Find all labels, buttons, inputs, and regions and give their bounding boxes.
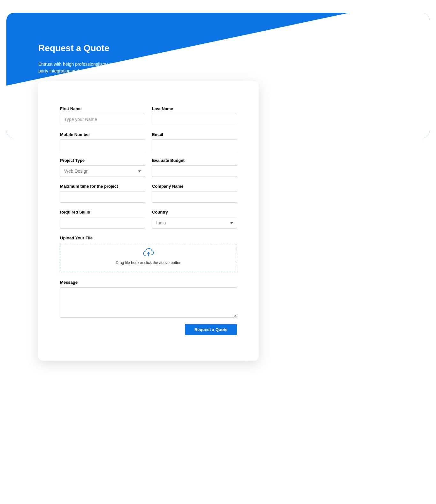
message-textarea[interactable] [60, 287, 237, 318]
group-email: Email [152, 132, 237, 151]
row-contact: Mobile Number Email [60, 132, 237, 151]
upload-label: Upload Your File [60, 236, 237, 240]
upload-hint: Drag file here or click the above button [64, 260, 233, 265]
last-name-label: Last Name [152, 106, 237, 111]
budget-input[interactable] [152, 165, 237, 177]
mobile-input[interactable] [60, 139, 145, 151]
group-project-type: Project Type Web Design [60, 158, 145, 177]
group-skills: Required Skills [60, 210, 145, 229]
last-name-input[interactable] [152, 114, 237, 125]
group-country: Country India [152, 210, 237, 229]
page-title: Request a Quote [38, 43, 398, 53]
first-name-input[interactable] [60, 114, 145, 125]
group-budget: Evaluate Budget [152, 158, 237, 177]
row-time-company: Maximum time for the project Company Nam… [60, 184, 237, 203]
project-type-label: Project Type [60, 158, 145, 163]
group-last-name: Last Name [152, 106, 237, 125]
group-company: Company Name [152, 184, 237, 203]
first-name-label: First Name [60, 106, 145, 111]
page-description: Entrust with heigh professionalism we ar… [38, 61, 256, 74]
request-quote-button[interactable]: Request a Quote [185, 324, 237, 335]
budget-label: Evaluate Budget [152, 158, 237, 163]
email-input[interactable] [152, 139, 237, 151]
mobile-label: Mobile Number [60, 132, 145, 137]
row-project: Project Type Web Design Evaluate Budget [60, 158, 237, 177]
submit-row: Request a Quote [60, 324, 237, 335]
hero-content: Request a Quote Entrust with heigh profe… [38, 43, 398, 74]
company-label: Company Name [152, 184, 237, 189]
skills-label: Required Skills [60, 210, 145, 214]
max-time-input[interactable] [60, 191, 145, 203]
group-upload: Upload Your File Drag file here or click… [60, 236, 237, 271]
group-first-name: First Name [60, 106, 145, 125]
group-max-time: Maximum time for the project [60, 184, 145, 203]
message-label: Message [60, 280, 237, 285]
country-select[interactable]: India [152, 217, 237, 229]
cloud-upload-icon [64, 248, 233, 259]
email-label: Email [152, 132, 237, 137]
project-type-select[interactable]: Web Design [60, 165, 145, 177]
upload-dropzone[interactable]: Drag file here or click the above button [60, 243, 237, 271]
group-mobile: Mobile Number [60, 132, 145, 151]
row-name: First Name Last Name [60, 106, 237, 125]
quote-form-card: First Name Last Name Mobile Number Email… [38, 81, 259, 361]
group-message: Message [60, 280, 237, 319]
quote-page: Request a Quote Entrust with heigh profe… [6, 13, 430, 361]
skills-input[interactable] [60, 217, 145, 229]
company-input[interactable] [152, 191, 237, 203]
row-skills-country: Required Skills Country India [60, 210, 237, 229]
max-time-label: Maximum time for the project [60, 184, 145, 189]
country-label: Country [152, 210, 237, 214]
